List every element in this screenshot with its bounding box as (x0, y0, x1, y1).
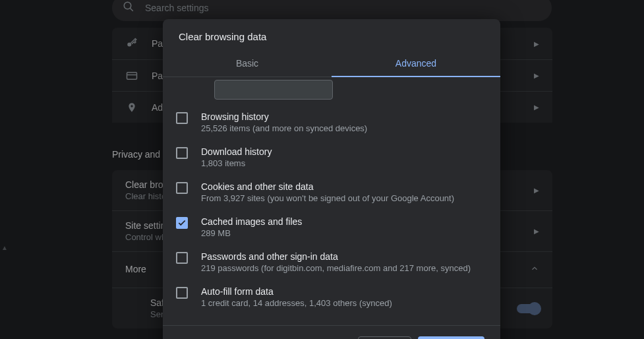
tab-advanced[interactable]: Advanced (332, 50, 500, 77)
check-sub: 1 credit card, 14 addresses, 1,403 other… (201, 298, 484, 308)
check-sub: 219 passwords (for digitbin.com, mediafi… (201, 263, 484, 273)
checkbox[interactable] (176, 217, 188, 229)
checkbox[interactable] (176, 147, 188, 159)
check-sub: 289 MB (201, 228, 484, 238)
check-sub: From 3,927 sites (you won't be signed ou… (201, 193, 484, 203)
checkbox[interactable] (176, 182, 188, 194)
check-row: Cookies and other site dataFrom 3,927 si… (163, 175, 500, 210)
checkbox[interactable] (176, 252, 188, 264)
check-title: Cached images and files (201, 216, 484, 227)
check-title: Passwords and other sign-in data (201, 251, 484, 262)
check-sub: 1,803 items (201, 158, 484, 168)
check-row: Passwords and other sign-in data219 pass… (163, 245, 500, 280)
dialog-tabs: Basic Advanced (163, 50, 500, 77)
check-row: Cached images and files289 MB (163, 210, 500, 245)
dialog-title: Clear browsing data (163, 19, 500, 50)
time-range-select[interactable] (214, 80, 333, 100)
check-sub: 25,526 items (and more on synced devices… (201, 123, 484, 133)
check-row: Auto-fill form data1 credit card, 14 add… (163, 280, 500, 315)
checkbox[interactable] (176, 287, 188, 299)
clear-data-button[interactable]: Clear data (418, 336, 484, 339)
check-title: Cookies and other site data (201, 181, 484, 192)
check-title: Auto-fill form data (201, 286, 484, 297)
check-title: Browsing history (201, 111, 484, 122)
clear-browsing-data-dialog: Clear browsing data Basic Advanced Brows… (163, 19, 500, 339)
checkbox[interactable] (176, 112, 188, 124)
tab-basic[interactable]: Basic (163, 50, 332, 77)
check-row: Download history1,803 items (163, 140, 500, 175)
check-title: Download history (201, 146, 484, 157)
check-row: Browsing history25,526 items (and more o… (163, 105, 500, 140)
cancel-button[interactable]: Cancel (358, 336, 412, 339)
